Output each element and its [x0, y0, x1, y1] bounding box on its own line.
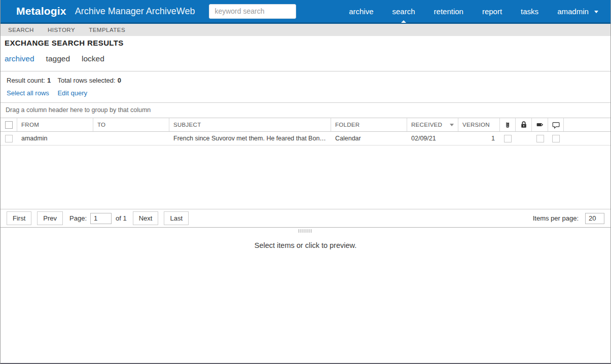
column-header-tagged[interactable]	[532, 118, 548, 131]
next-page-button[interactable]: Next	[133, 211, 159, 225]
metalogix-logo: Metalogix	[16, 5, 66, 17]
nav-archive[interactable]: archive	[349, 0, 373, 23]
app-title: Archive Manager ArchiveWeb	[75, 6, 195, 17]
secondary-nav: SEARCH HISTORY TEMPLATES	[1, 24, 610, 36]
select-all-checkbox-cell	[1, 118, 17, 131]
column-header-received-label: RECEIVED	[411, 122, 442, 128]
cell-locked	[516, 132, 532, 145]
select-all-rows-link[interactable]: Select all rows	[7, 89, 49, 97]
comment-checkbox[interactable]	[552, 135, 560, 142]
column-header-locked[interactable]	[516, 118, 532, 131]
items-per-page-label: Items per page:	[533, 214, 579, 222]
subnav-history[interactable]: HISTORY	[48, 27, 75, 33]
top-navigation: archive search retention report tasks am…	[330, 0, 610, 23]
attachment-checkbox[interactable]	[504, 135, 512, 142]
result-counts: Result count:1 Total rows selected:0	[7, 77, 604, 84]
nav-report[interactable]: report	[482, 0, 502, 23]
table-empty-area	[1, 145, 610, 209]
column-header-comments[interactable]	[548, 118, 564, 131]
result-count-label: Result count:	[7, 77, 45, 84]
row-checkbox[interactable]	[5, 135, 13, 142]
comment-icon	[552, 121, 560, 129]
tag-checkbox[interactable]	[536, 135, 544, 142]
results-actions: Select all rows Edit query	[7, 89, 604, 97]
edit-query-link[interactable]: Edit query	[57, 89, 87, 97]
tab-tagged[interactable]: tagged	[46, 54, 70, 63]
last-page-button[interactable]: Last	[164, 211, 189, 225]
received-filter-dropdown-icon[interactable]	[450, 124, 454, 126]
column-header-subject[interactable]: SUBJECT	[169, 118, 331, 131]
first-page-button[interactable]: First	[7, 211, 31, 225]
group-by-drop-zone[interactable]: Drag a column header here to group by th…	[1, 102, 610, 118]
cell-version: 1	[458, 132, 500, 145]
pagination-bar: First Prev Page: of 1 Next Last Items pe…	[1, 209, 610, 228]
column-header-version[interactable]: VERSION	[458, 118, 500, 131]
user-menu-label: amadmin	[557, 7, 589, 16]
tab-locked[interactable]: locked	[82, 54, 104, 63]
select-all-checkbox[interactable]	[5, 121, 13, 129]
user-menu[interactable]: amadmin	[557, 0, 598, 23]
archiveweb-window: Metalogix Archive Manager ArchiveWeb arc…	[0, 0, 611, 364]
column-header-to[interactable]: TO	[93, 118, 169, 131]
result-tabs: archived tagged locked	[5, 54, 610, 71]
cell-comments	[548, 132, 564, 145]
page-label: Page:	[69, 214, 87, 222]
results-info-bar: Result count:1 Total rows selected:0 Sel…	[1, 71, 610, 102]
items-per-page-group: Items per page:	[532, 213, 604, 224]
cell-filler	[564, 132, 610, 145]
tab-archived[interactable]: archived	[5, 54, 34, 63]
lock-icon	[520, 121, 527, 129]
keyword-search-input[interactable]	[209, 4, 296, 19]
preview-placeholder-message: Select items or click to preview.	[1, 241, 610, 249]
cell-folder: Calendar	[331, 132, 407, 145]
cell-subject: French since Suvorov met them. He feared…	[169, 132, 331, 145]
nav-search[interactable]: search	[392, 0, 415, 23]
page-number-input[interactable]	[90, 213, 112, 224]
column-header-received[interactable]: RECEIVED	[407, 118, 458, 131]
result-count-value: 1	[47, 77, 51, 84]
column-header-from[interactable]: FROM	[17, 118, 93, 131]
nav-tasks[interactable]: tasks	[521, 0, 538, 23]
preview-pane: Select items or click to preview.	[1, 229, 610, 249]
paperclip-icon	[505, 121, 511, 129]
nav-retention[interactable]: retention	[434, 0, 463, 23]
row-checkbox-cell	[1, 132, 17, 145]
active-nav-caret-icon	[401, 20, 406, 23]
table-row[interactable]: amadmin French since Suvorov met them. H…	[1, 132, 610, 145]
column-header-attachment[interactable]	[500, 118, 516, 131]
rows-selected-value: 0	[118, 77, 121, 84]
cell-attachment	[500, 132, 516, 145]
subnav-search[interactable]: SEARCH	[8, 27, 34, 33]
page-total: of 1	[116, 214, 127, 222]
cell-from: amadmin	[17, 132, 93, 145]
prev-page-button[interactable]: Prev	[37, 211, 63, 225]
chevron-down-icon	[594, 11, 598, 13]
cell-tagged	[532, 132, 548, 145]
cell-to	[93, 132, 169, 145]
subnav-templates[interactable]: TEMPLATES	[89, 27, 125, 33]
tag-icon	[536, 121, 544, 129]
splitter-handle[interactable]	[299, 229, 312, 233]
cell-received: 02/09/21	[407, 132, 458, 145]
items-per-page-input[interactable]	[585, 213, 604, 224]
table-header-row: FROM TO SUBJECT FOLDER RECEIVED VERSION	[1, 118, 610, 132]
rows-selected-label: Total rows selected:	[58, 77, 116, 84]
top-header-bar: Metalogix Archive Manager ArchiveWeb arc…	[1, 0, 610, 24]
column-header-filler	[564, 118, 610, 131]
column-header-folder[interactable]: FOLDER	[331, 118, 407, 131]
page-title: EXCHANGE SEARCH RESULTS	[5, 39, 610, 47]
